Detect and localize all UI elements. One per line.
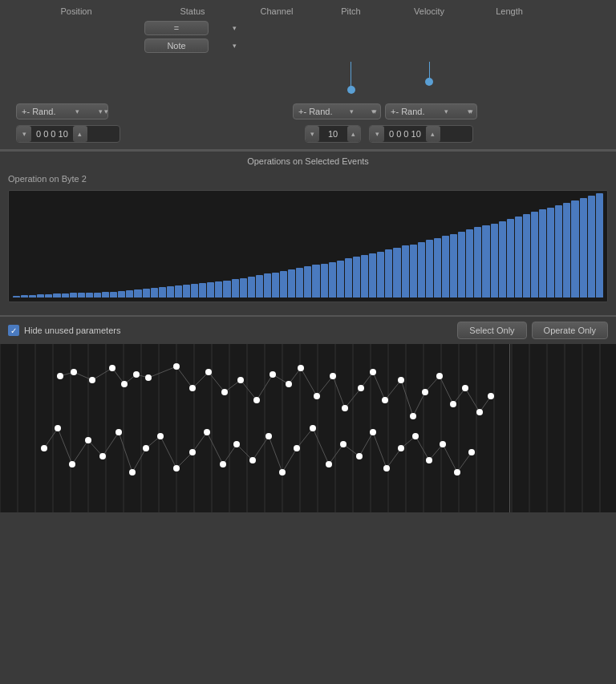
node-dot — [129, 469, 136, 476]
node-dot — [314, 393, 320, 399]
bottom-controls: ✓ Hide unused parameters Select Only Ope… — [0, 316, 616, 344]
svg-line-55 — [373, 372, 385, 400]
node-dot — [109, 365, 116, 371]
hide-unused-checkbox[interactable]: ✓ — [8, 325, 19, 336]
chart-bar — [482, 225, 489, 297]
pitch-slider[interactable] — [351, 62, 351, 100]
node-dot — [450, 401, 456, 407]
node-dot — [298, 365, 304, 371]
chart-bar — [207, 282, 214, 297]
svg-line-69 — [119, 432, 132, 472]
chart-bar — [167, 286, 174, 297]
status-operator-select[interactable]: = — [144, 21, 209, 35]
node-dot — [342, 405, 348, 411]
chart-bar — [223, 281, 230, 297]
chart-bar — [110, 292, 117, 297]
velocity-slider[interactable] — [429, 62, 430, 100]
chart-bar — [418, 242, 425, 297]
pitch-num-control: ▾ 10 ▴ — [305, 125, 361, 143]
status-type-wrapper[interactable]: Note — [144, 38, 241, 53]
node-dot — [398, 445, 404, 451]
chart-bar — [466, 229, 473, 297]
node-dot — [310, 425, 316, 431]
velocity-up-arrow[interactable]: ▴ — [426, 126, 440, 142]
svg-line-65 — [58, 428, 72, 464]
chart-bar — [304, 266, 311, 297]
node-dot — [173, 465, 180, 472]
svg-line-68 — [103, 432, 119, 456]
chart-bar — [337, 261, 344, 297]
node-dot — [133, 371, 140, 378]
node-dot — [356, 453, 363, 459]
velocity-down-arrow[interactable]: ▾ — [370, 126, 384, 142]
pitch-down-arrow[interactable]: ▾ — [306, 126, 319, 142]
svg-line-66 — [72, 440, 88, 464]
chart-bar — [369, 253, 376, 297]
chart-bar — [183, 285, 190, 297]
svg-line-52 — [333, 376, 345, 408]
node-dot — [383, 465, 390, 472]
position-up-arrow[interactable]: ▴ — [73, 126, 87, 142]
chart-bar — [256, 275, 263, 297]
chart-bar — [215, 281, 222, 297]
node-dot — [468, 449, 475, 455]
hide-unused-text: Hide unused parameters — [24, 326, 120, 335]
chart-bar — [426, 240, 433, 297]
chart-bar — [507, 219, 514, 297]
action-btn-group: Select Only Operate Only — [457, 322, 608, 339]
chart-bar — [588, 196, 595, 297]
position-down-arrow[interactable]: ▾ — [17, 126, 31, 142]
chart-bar — [45, 294, 52, 297]
chart-bar — [13, 296, 20, 297]
col-header-pitch: Pitch — [313, 6, 389, 16]
operate-only-button[interactable]: Operate Only — [532, 322, 608, 339]
byte2-label: Operation on Byte 2 — [0, 171, 616, 187]
pitch-rand-btn[interactable]: +- Rand. ▾ — [293, 103, 381, 119]
chart-bar — [21, 295, 28, 297]
chart-bar — [377, 252, 384, 297]
node-dot — [326, 461, 332, 467]
chart-bar — [547, 208, 554, 297]
position-rand-btn[interactable]: +- Rand. ▾ — [16, 103, 112, 119]
pitch-up-arrow[interactable]: ▴ — [347, 126, 361, 142]
select-only-button[interactable]: Select Only — [457, 322, 526, 339]
node-dot — [189, 449, 196, 455]
svg-line-91 — [443, 444, 457, 472]
status-type-select[interactable]: Note — [144, 38, 209, 53]
node-dot — [233, 441, 240, 447]
status-operator-wrapper[interactable]: = — [144, 21, 241, 35]
svg-line-75 — [207, 432, 223, 464]
svg-line-70 — [132, 448, 146, 472]
chart-bar — [442, 236, 449, 297]
node-dot — [143, 445, 149, 451]
chart-bar — [264, 273, 271, 297]
chart-bar — [134, 289, 141, 297]
chart-bar — [555, 205, 562, 297]
pitch-value: 10 — [319, 129, 347, 139]
hide-unused-label[interactable]: ✓ Hide unused parameters — [8, 325, 120, 336]
velocity-rand-btn[interactable]: +- Rand. ▾ — [385, 103, 477, 119]
node-dot — [488, 393, 494, 399]
svg-line-80 — [282, 448, 297, 472]
node-dot — [462, 385, 468, 391]
filter-headers: Position Status Channel Pitch Velocity L… — [0, 6, 616, 16]
node-dot — [157, 433, 164, 439]
chart-bar — [62, 293, 69, 297]
chart-bar — [345, 258, 352, 297]
node-dot — [205, 369, 212, 375]
chart-bar — [321, 264, 328, 297]
filter-section: Position Status Channel Pitch Velocity L… — [0, 0, 616, 150]
chart-bar — [458, 232, 465, 297]
col-header-velocity: Velocity — [389, 6, 469, 16]
node-dot — [294, 445, 300, 451]
svg-line-56 — [385, 380, 401, 400]
chart-bar — [29, 295, 36, 297]
node-dot — [270, 371, 276, 378]
node-dot — [436, 373, 443, 379]
chart-bar — [531, 212, 538, 297]
operations-header: Operations on Selected Events — [0, 151, 616, 171]
chart-bar — [94, 293, 101, 297]
svg-line-82 — [313, 428, 329, 464]
svg-line-50 — [301, 368, 317, 396]
position-num-control: ▾ 0 0 0 10 ▴ — [16, 125, 120, 143]
